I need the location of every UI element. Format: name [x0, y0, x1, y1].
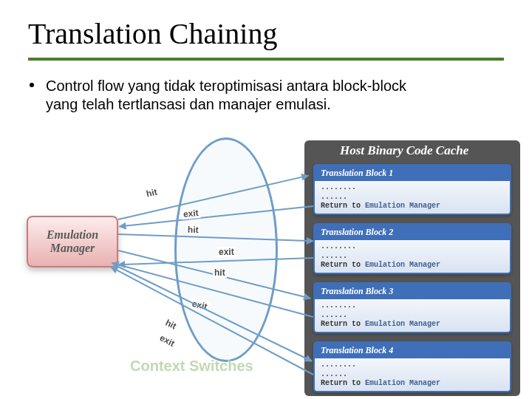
translation-block-3: Translation Block 3 ........ ...... Retu… [313, 282, 511, 333]
tblock-header: Translation Block 3 [315, 284, 510, 299]
tblock-header: Translation Block 4 [315, 343, 510, 358]
tblock-body: ........ ...... Return to Emulation Mana… [315, 240, 510, 273]
context-switches-label: Context Switches [130, 358, 253, 375]
translation-block-1: Translation Block 1 ........ ...... Retu… [313, 164, 511, 215]
label-exit: exit [181, 208, 200, 220]
em-box-line2: Manager [50, 242, 95, 254]
tblock-body: ........ ...... Return to Emulation Mana… [315, 181, 510, 214]
cache-title: Host Binary Code Cache [340, 143, 468, 158]
bullet-item: Control flow yang tidak teroptimisasi an… [46, 77, 430, 114]
label-hit: hit [144, 186, 160, 200]
label-hit: hit [163, 317, 180, 332]
em-box-line1: Emulation [47, 228, 98, 241]
title-underline [28, 58, 504, 61]
bullet-dot-icon [30, 83, 34, 87]
tblock-body: ........ ...... Return to Emulation Mana… [315, 299, 510, 332]
tblock-body: ........ ...... Return to Emulation Mana… [315, 358, 510, 391]
label-exit: exit [217, 247, 236, 257]
label-exit: exit [157, 332, 177, 349]
translation-block-2: Translation Block 2 ........ ...... Retu… [313, 223, 511, 274]
emulation-manager-box: Emulation Manager [27, 216, 118, 267]
label-hit: hit [186, 225, 200, 236]
translation-block-4: Translation Block 4 ........ ...... Retu… [313, 341, 511, 392]
label-hit: hit [213, 267, 227, 278]
bullet-text: Control flow yang tidak teroptimisasi an… [46, 77, 430, 114]
page-title: Translation Chaining [28, 16, 277, 51]
tblock-header: Translation Block 2 [315, 225, 510, 240]
tblock-header: Translation Block 1 [315, 166, 510, 181]
